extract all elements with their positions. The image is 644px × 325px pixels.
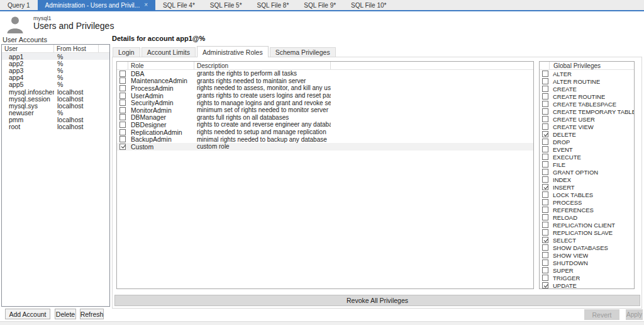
privilege-checkbox[interactable] <box>542 146 548 152</box>
editor-tab[interactable]: Administration - Users and Privil... × <box>38 0 155 10</box>
user-account-row[interactable]: mysql.infoschema localhost <box>2 88 109 95</box>
revert-button[interactable]: Revert <box>584 309 619 320</box>
details-tab[interactable]: Login <box>113 47 140 57</box>
user-account-row[interactable]: app3 % <box>2 67 109 74</box>
editor-tab[interactable]: SQL File 5* × <box>203 0 250 10</box>
privilege-checkbox[interactable] <box>542 101 548 107</box>
privilege-checkbox[interactable] <box>542 267 548 273</box>
privilege-row[interactable]: REPLICATION CLIENT <box>540 221 634 229</box>
privilege-row[interactable]: SELECT <box>540 236 634 244</box>
privilege-row[interactable]: REPLICATION SLAVE <box>540 229 634 236</box>
privilege-row[interactable]: CREATE USER <box>540 115 634 123</box>
privilege-row[interactable]: SHOW VIEW <box>540 251 634 259</box>
role-checkbox[interactable] <box>119 136 126 142</box>
privilege-row[interactable]: SUPER <box>540 266 634 274</box>
user-account-row[interactable]: app5 % <box>2 81 109 88</box>
column-header-role[interactable]: Role <box>128 62 194 69</box>
privilege-checkbox[interactable] <box>542 214 548 220</box>
privilege-row[interactable]: FILE <box>540 161 634 168</box>
privilege-row[interactable]: REFERENCES <box>540 206 634 214</box>
user-account-row[interactable]: app2 % <box>2 60 109 67</box>
editor-tab[interactable]: SQL File 4* × <box>155 0 203 10</box>
role-checkbox[interactable] <box>119 100 126 106</box>
role-row[interactable]: MonitorAdmin minimum set of rights neede… <box>117 106 533 114</box>
privilege-row[interactable]: DROP <box>540 138 634 145</box>
revoke-all-privileges-button[interactable]: Revoke All Privileges <box>114 295 640 306</box>
user-account-row[interactable]: mysql.session localhost <box>2 95 109 102</box>
apply-button[interactable]: Apply <box>626 309 643 320</box>
privilege-checkbox[interactable] <box>542 169 548 175</box>
privilege-checkbox[interactable] <box>542 161 548 168</box>
role-checkbox[interactable] <box>119 85 126 91</box>
role-row[interactable]: SecurityAdmin rights to manage logins an… <box>117 99 533 106</box>
privilege-checkbox[interactable] <box>542 207 548 213</box>
privilege-checkbox[interactable] <box>542 123 548 130</box>
privilege-checkbox[interactable] <box>542 282 548 288</box>
privilege-checkbox[interactable] <box>542 199 548 205</box>
add-account-button[interactable]: Add Account <box>5 309 50 319</box>
privilege-row[interactable]: GRANT OPTION <box>540 168 634 176</box>
details-tab[interactable]: Schema Privileges <box>270 47 336 57</box>
privilege-row[interactable]: EVENT <box>540 145 634 153</box>
privilege-checkbox[interactable] <box>542 78 548 84</box>
role-row[interactable]: BackupAdmin minimal rights needed to bac… <box>117 135 533 143</box>
privilege-row[interactable]: TRIGGER <box>540 274 634 282</box>
privilege-row[interactable]: SHOW DATABASES <box>540 244 634 251</box>
role-row[interactable]: MaintenanceAdmin grants rights needed to… <box>117 77 533 85</box>
privilege-row[interactable]: CREATE ROUTINE <box>540 93 634 100</box>
privilege-row[interactable]: RELOAD <box>540 214 634 221</box>
user-account-row[interactable]: root localhost <box>2 123 109 130</box>
editor-tab[interactable]: SQL File 9* × <box>296 0 343 10</box>
privilege-row[interactable]: CREATE TEMPORARY TABLES <box>540 108 634 115</box>
role-checkbox[interactable] <box>119 77 126 84</box>
privilege-row[interactable]: INSERT <box>540 183 634 191</box>
privilege-checkbox[interactable] <box>542 93 548 100</box>
privilege-checkbox[interactable] <box>542 244 548 251</box>
privilege-checkbox[interactable] <box>542 252 548 258</box>
user-account-row[interactable]: newuser % <box>2 110 109 117</box>
role-row[interactable]: Custom custom role <box>117 143 533 151</box>
privilege-checkbox[interactable] <box>542 229 548 236</box>
privilege-checkbox[interactable] <box>542 154 548 160</box>
privilege-row[interactable]: PROCESS <box>540 198 634 206</box>
role-checkbox[interactable] <box>119 114 126 120</box>
role-checkbox[interactable] <box>119 144 126 150</box>
column-header-from-host[interactable]: From Host <box>54 45 99 52</box>
privilege-checkbox[interactable] <box>542 139 548 145</box>
privilege-row[interactable]: UPDATE <box>540 282 634 289</box>
role-checkbox[interactable] <box>119 93 126 99</box>
privilege-row[interactable]: SHUTDOWN <box>540 259 634 266</box>
privilege-checkbox[interactable] <box>542 275 548 281</box>
role-checkbox[interactable] <box>119 71 126 77</box>
role-checkbox[interactable] <box>119 122 126 128</box>
privilege-row[interactable]: LOCK TABLES <box>540 191 634 198</box>
role-row[interactable]: DBManager grants full rights on all data… <box>117 114 533 122</box>
delete-button[interactable]: Delete <box>55 309 76 319</box>
privilege-checkbox[interactable] <box>542 237 548 243</box>
privilege-checkbox[interactable] <box>542 71 548 77</box>
privilege-row[interactable]: CREATE VIEW <box>540 123 634 130</box>
column-header-user[interactable]: User <box>2 45 54 52</box>
privilege-row[interactable]: DELETE <box>540 130 634 138</box>
refresh-button[interactable]: Refresh <box>80 309 104 319</box>
role-row[interactable]: ProcessAdmin rights needed to assess, mo… <box>117 84 533 92</box>
editor-tab[interactable]: SQL File 10* × <box>343 0 394 10</box>
user-account-row[interactable]: mysql.sys localhost <box>2 102 109 109</box>
privilege-checkbox[interactable] <box>542 222 548 228</box>
user-account-row[interactable]: app4 % <box>2 74 109 81</box>
editor-tab[interactable]: Query 1 × <box>0 0 38 10</box>
role-row[interactable]: ReplicationAdmin rights needed to setup … <box>117 128 533 136</box>
privilege-checkbox[interactable] <box>542 131 548 137</box>
role-checkbox[interactable] <box>119 107 126 113</box>
details-tab[interactable]: Account Limits <box>142 47 196 57</box>
privilege-row[interactable]: ALTER ROUTINE <box>540 77 634 85</box>
privilege-checkbox[interactable] <box>542 116 548 122</box>
user-account-row[interactable]: app1 % <box>2 53 109 60</box>
role-row[interactable]: UserAdmin grants rights to create users … <box>117 92 533 100</box>
privilege-checkbox[interactable] <box>542 108 548 115</box>
privilege-row[interactable]: EXECUTE <box>540 153 634 161</box>
privilege-row[interactable]: CREATE TABLESPACE <box>540 100 634 108</box>
column-header-description[interactable]: Description <box>194 62 331 69</box>
privilege-checkbox[interactable] <box>542 176 548 183</box>
role-row[interactable]: DBA grants the rights to perform all tas… <box>117 70 533 77</box>
